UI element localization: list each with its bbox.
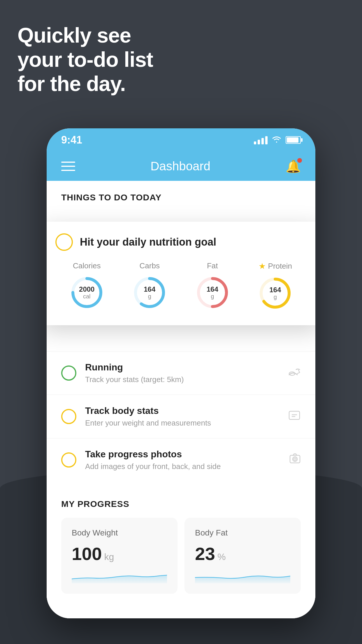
body-fat-card: Body Fat 23 % — [184, 518, 301, 594]
body-weight-card: Body Weight 100 kg — [61, 518, 178, 594]
photos-checkbox[interactable] — [61, 452, 76, 468]
carbs-label: Carbs — [140, 261, 160, 270]
body-weight-label: Body Weight — [72, 528, 167, 538]
body-fat-unit: % — [217, 552, 226, 562]
photos-subtitle: Add images of your front, back, and side — [85, 462, 280, 471]
signal-icon — [254, 136, 268, 144]
body-fat-value: 23 % — [195, 543, 290, 564]
nutrition-card: Hit your daily nutrition goal Calories 2… — [47, 222, 315, 325]
things-section-title: THINGS TO DO TODAY — [47, 181, 315, 208]
phone-frame: 9:41 Dashboard 🔔 — [47, 128, 315, 618]
protein-donut: 164 g — [258, 276, 293, 311]
svg-point-12 — [294, 458, 296, 460]
fat-donut: 164 g — [195, 275, 230, 310]
progress-section: MY PROGRESS Body Weight 100 kg — [47, 487, 315, 606]
nutrition-checkbox[interactable] — [55, 233, 73, 251]
calories-label: Calories — [73, 261, 101, 270]
nutrition-carbs: Carbs 164 g — [132, 261, 167, 310]
body-weight-unit: kg — [104, 552, 114, 562]
progress-title: MY PROGRESS — [61, 499, 301, 509]
nutrition-row: Calories 2000 cal Carbs — [55, 261, 307, 311]
body-weight-value: 100 kg — [72, 543, 167, 564]
carbs-donut: 164 g — [132, 275, 167, 310]
nutrition-fat: Fat 164 g — [195, 261, 230, 310]
status-bar: 9:41 — [47, 128, 315, 152]
body-weight-chart — [72, 569, 167, 583]
svg-point-11 — [293, 457, 297, 461]
hero-text: Quickly see your to-do list for the day. — [17, 23, 153, 96]
todo-body-stats-text: Track body stats Enter your weight and m… — [85, 405, 279, 428]
notification-button[interactable]: 🔔 — [286, 159, 301, 174]
notification-dot — [297, 158, 302, 163]
status-icons — [254, 135, 301, 145]
body-stats-checkbox[interactable] — [61, 409, 76, 424]
calories-value: 2000 cal — [79, 286, 94, 300]
progress-cards: Body Weight 100 kg — [61, 518, 301, 594]
todo-body-stats[interactable]: Track body stats Enter your weight and m… — [47, 395, 315, 438]
running-checkbox[interactable] — [61, 365, 76, 381]
body-fat-chart — [195, 569, 290, 583]
carbs-value: 164 g — [144, 286, 155, 300]
protein-value: 164 g — [269, 286, 281, 300]
todo-photos-text: Take progress photos Add images of your … — [85, 449, 280, 471]
running-icon — [288, 367, 301, 380]
star-icon: ★ — [259, 261, 266, 271]
card-header: Hit your daily nutrition goal — [55, 233, 307, 251]
svg-rect-9 — [289, 411, 300, 419]
phone-content: THINGS TO DO TODAY Hit your daily nutrit… — [47, 181, 315, 618]
menu-button[interactable] — [61, 162, 75, 171]
photo-icon — [289, 453, 301, 467]
app-header: Dashboard 🔔 — [47, 152, 315, 181]
fat-value: 164 g — [207, 286, 218, 300]
header-title: Dashboard — [150, 159, 210, 173]
status-time: 9:41 — [61, 134, 82, 146]
scale-icon — [288, 410, 301, 424]
protein-label: ★ Protein — [259, 261, 292, 271]
nutrition-calories: Calories 2000 cal — [69, 261, 104, 310]
calories-donut: 2000 cal — [69, 275, 104, 310]
body-stats-title: Track body stats — [85, 405, 279, 416]
nutrition-card-title: Hit your daily nutrition goal — [80, 236, 216, 248]
body-stats-subtitle: Enter your weight and measurements — [85, 419, 279, 428]
todo-list: Running Track your stats (target: 5km) — [47, 351, 315, 482]
body-fat-label: Body Fat — [195, 528, 290, 538]
todo-photos[interactable]: Take progress photos Add images of your … — [47, 438, 315, 482]
todo-running-text: Running Track your stats (target: 5km) — [85, 362, 279, 384]
fat-label: Fat — [207, 261, 218, 270]
nutrition-protein: ★ Protein 164 g — [258, 261, 293, 311]
running-subtitle: Track your stats (target: 5km) — [85, 375, 279, 384]
todo-running[interactable]: Running Track your stats (target: 5km) — [47, 351, 315, 395]
photos-title: Take progress photos — [85, 449, 280, 460]
wifi-icon — [272, 135, 282, 145]
battery-icon — [286, 136, 301, 144]
running-title: Running — [85, 362, 279, 373]
